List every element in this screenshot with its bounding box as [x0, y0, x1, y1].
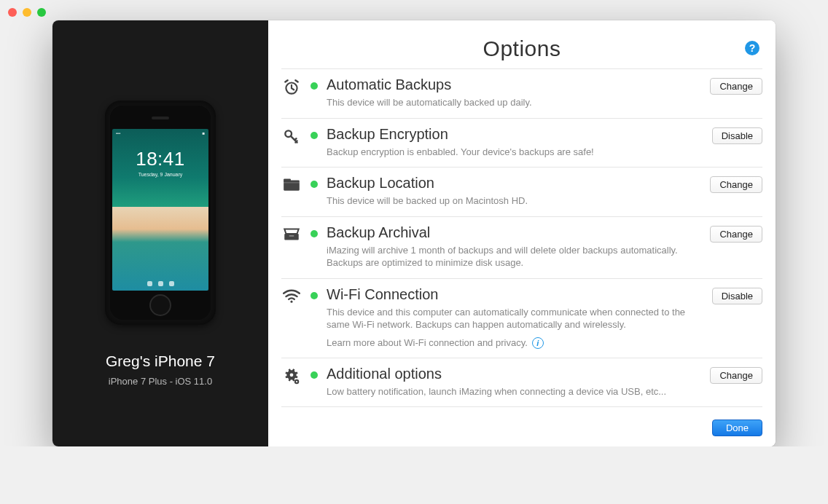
svg-point-8 [290, 373, 294, 377]
gears-icon [281, 366, 302, 386]
device-mockup: •••■ 18:41 Tuesday, 9 January [105, 101, 216, 325]
option-title: Backup Archival [327, 224, 701, 241]
option-backup-encryption: Backup Encryption Backup encryption is e… [281, 118, 762, 168]
option-description: iMazing will archive 1 month of backups … [327, 244, 701, 269]
device-date: Tuesday, 9 January [138, 172, 183, 177]
device-sidebar: •••■ 18:41 Tuesday, 9 January Greg's iPh… [52, 20, 268, 446]
device-home-button [149, 294, 171, 316]
panel-footer: Done [268, 414, 776, 446]
svg-point-7 [290, 300, 292, 302]
svg-point-10 [296, 381, 297, 382]
status-dot-enabled [310, 371, 318, 379]
options-panel: Options ? Automatic Backups This device … [268, 20, 776, 446]
change-button[interactable]: Change [710, 176, 762, 193]
info-icon: i [532, 337, 544, 349]
svg-rect-3 [284, 179, 291, 182]
device-name-label: Greg's iPhone 7 [106, 353, 215, 370]
alarm-clock-icon [281, 76, 302, 97]
help-icon[interactable]: ? [745, 41, 759, 55]
status-dot-enabled [310, 292, 318, 299]
svg-rect-4 [284, 182, 300, 183]
archive-tray-icon [281, 224, 302, 243]
change-button[interactable]: Change [710, 226, 762, 243]
option-description: Low battery notification, launch iMazing… [327, 385, 701, 398]
option-title: Wi-Fi Connection [327, 286, 703, 303]
key-icon [281, 126, 302, 146]
option-backup-archival: Backup Archival iMazing will archive 1 m… [281, 216, 762, 278]
device-info-label: iPhone 7 Plus - iOS 11.0 [109, 376, 212, 387]
disable-button[interactable]: Disable [712, 288, 762, 304]
option-title: Additional options [327, 366, 701, 382]
option-additional: Additional options Low battery notificat… [281, 358, 762, 408]
status-dot-enabled [310, 181, 318, 188]
option-description: This device will be backed up on Macinto… [327, 194, 701, 208]
wifi-learn-more[interactable]: Learn more about Wi-Fi connection and pr… [327, 337, 703, 349]
option-wifi-connection: Wi-Fi Connection This device and this co… [281, 278, 762, 358]
panel-header: Options ? [268, 36, 776, 68]
wifi-icon [281, 286, 302, 304]
page-title: Options [483, 36, 561, 61]
change-button[interactable]: Change [710, 78, 762, 95]
app-window: •••■ 18:41 Tuesday, 9 January Greg's iPh… [52, 20, 776, 446]
status-dot-enabled [310, 230, 318, 237]
device-screen: •••■ 18:41 Tuesday, 9 January [112, 129, 208, 291]
option-backup-location: Backup Location This device will be back… [281, 167, 762, 216]
option-description: This device and this computer can automa… [327, 306, 703, 331]
change-button[interactable]: Change [710, 367, 762, 384]
option-description: Backup encryption is enbabled. Your devi… [327, 146, 703, 159]
option-title: Backup Location [327, 175, 701, 192]
svg-rect-6 [289, 235, 294, 237]
svg-rect-5 [284, 234, 299, 240]
done-button[interactable]: Done [712, 420, 762, 436]
status-dot-enabled [310, 82, 318, 90]
options-list: Automatic Backups This device will be au… [268, 68, 776, 414]
option-title: Automatic Backups [327, 76, 701, 93]
status-dot-enabled [310, 132, 318, 139]
device-clock: 18:41 [136, 148, 185, 170]
folder-icon [281, 175, 302, 192]
option-title: Backup Encryption [327, 126, 703, 143]
option-automatic-backups: Automatic Backups This device will be au… [281, 68, 762, 118]
learn-more-text: Learn more about Wi-Fi connection and pr… [327, 337, 528, 348]
option-description: This device will be automatically backed… [327, 96, 701, 109]
disable-button[interactable]: Disable [712, 127, 762, 144]
